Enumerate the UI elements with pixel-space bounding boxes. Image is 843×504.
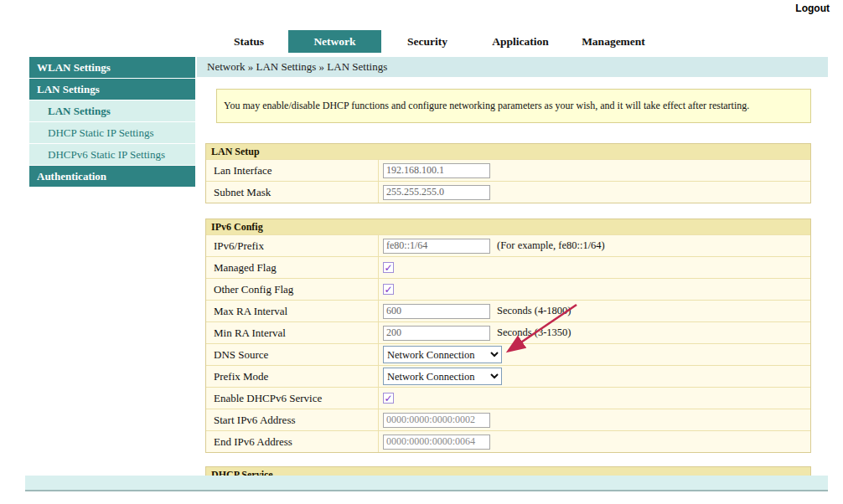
sidebar-item-lan-settings[interactable]: LAN Settings — [29, 100, 195, 121]
other-config-flag-checkbox[interactable] — [383, 284, 394, 295]
subnet-mask-input[interactable] — [383, 185, 490, 200]
sidebar: WLAN Settings LAN Settings LAN Settings … — [29, 57, 195, 188]
max-ra-interval-input[interactable] — [383, 304, 490, 319]
tab-management[interactable]: Management — [567, 30, 659, 53]
ipv6-prefix-input[interactable] — [383, 239, 490, 254]
top-nav-tabs: Status Network Security Application Mana… — [209, 30, 659, 53]
tab-application[interactable]: Application — [473, 30, 567, 53]
end-ipv6-address-input[interactable] — [383, 435, 490, 450]
prefix-mode-select[interactable]: Network Connection — [383, 368, 502, 385]
footer-bar — [25, 476, 828, 491]
lan-interface-input[interactable] — [383, 163, 490, 178]
field-label: Start IPv6 Address — [206, 409, 379, 430]
min-ra-interval-input[interactable] — [383, 326, 490, 341]
start-ipv6-address-input[interactable] — [383, 413, 490, 428]
table-row: IPv6/Prefix (For example, fe80::1/64) — [206, 234, 810, 256]
tab-security[interactable]: Security — [381, 30, 473, 53]
table-row: DNS Source Network Connection — [206, 343, 810, 365]
field-label: End IPv6 Address — [206, 431, 379, 452]
table-row: Start IPv6 Address — [206, 409, 810, 430]
table-row: Min RA Interval Seconds (3-1350) — [206, 321, 810, 343]
table-row: End IPv6 Address — [206, 430, 810, 452]
table-row: Managed Flag — [206, 256, 810, 278]
table-row: Lan Interface — [206, 159, 810, 181]
field-hint: (For example, fe80::1/64) — [497, 239, 605, 252]
sidebar-item-dhcp-static-ip-settings[interactable]: DHCP Static IP Settings — [29, 122, 195, 143]
section-title-lan-setup: LAN Setup — [206, 144, 810, 159]
field-label: Subnet Mask — [206, 182, 379, 203]
sidebar-item-lan-settings-group[interactable]: LAN Settings — [29, 79, 195, 100]
enable-dhcpv6-checkbox[interactable] — [383, 393, 394, 404]
section-title-ipv6-config: IPv6 Config — [206, 219, 810, 234]
field-label: Managed Flag — [206, 257, 379, 278]
sidebar-item-dhcpv6-static-ip-settings[interactable]: DHCPv6 Static IP Settings — [29, 144, 195, 165]
info-notice: You may enable/disable DHCP functions an… — [216, 89, 811, 123]
managed-flag-checkbox[interactable] — [383, 262, 394, 273]
field-label: Max RA Interval — [206, 301, 379, 321]
field-label: Prefix Mode — [206, 366, 379, 387]
field-label: Min RA Interval — [206, 322, 379, 343]
table-row: Max RA Interval Seconds (4-1800) — [206, 300, 810, 321]
ipv6-config-section: IPv6 Config IPv6/Prefix (For example, fe… — [205, 219, 811, 453]
main-content: Network » LAN Settings » LAN Settings Yo… — [197, 57, 828, 483]
table-row: Other Config Flag — [206, 278, 810, 300]
field-label: Enable DHCPv6 Service — [206, 388, 379, 409]
tab-network[interactable]: Network — [288, 30, 381, 53]
breadcrumb: Network » LAN Settings » LAN Settings — [197, 57, 828, 77]
field-label: Other Config Flag — [206, 279, 379, 300]
field-label: DNS Source — [206, 344, 379, 365]
field-label: Lan Interface — [206, 160, 379, 181]
dns-source-select[interactable]: Network Connection — [383, 346, 502, 363]
lan-setup-section: LAN Setup Lan Interface Subnet Mask — [205, 143, 811, 203]
field-label: IPv6/Prefix — [206, 235, 379, 256]
sidebar-item-wlan-settings[interactable]: WLAN Settings — [29, 57, 195, 78]
logout-link[interactable]: Logout — [795, 3, 830, 14]
router-admin-page: Logout Status Network Security Applicati… — [0, 0, 843, 504]
table-row: Enable DHCPv6 Service — [206, 387, 810, 409]
table-row: Subnet Mask — [206, 181, 810, 203]
sidebar-item-authentication[interactable]: Authentication — [29, 166, 195, 187]
field-hint: Seconds (3-1350) — [497, 327, 571, 339]
field-hint: Seconds (4-1800) — [497, 305, 571, 317]
tab-status[interactable]: Status — [209, 30, 288, 53]
table-row: Prefix Mode Network Connection — [206, 365, 810, 387]
